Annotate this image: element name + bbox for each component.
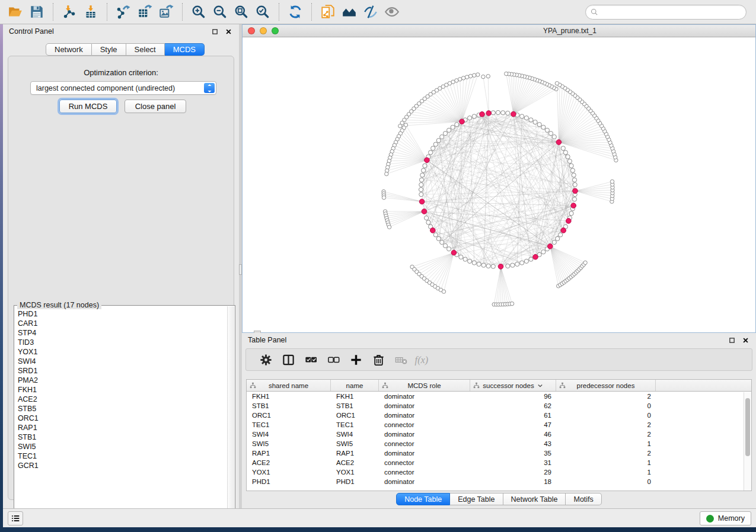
- column-header-shared-name[interactable]: shared name: [247, 380, 331, 391]
- run-mcds-button[interactable]: Run MCDS: [59, 100, 117, 113]
- graph-hub-node[interactable]: [422, 209, 427, 214]
- graph-hub-node[interactable]: [548, 244, 553, 249]
- graph-node[interactable]: [436, 139, 441, 143]
- graph-hub-node[interactable]: [425, 158, 430, 163]
- graph-node[interactable]: [563, 150, 567, 155]
- network-canvas[interactable]: [243, 37, 755, 332]
- result-item[interactable]: STB1: [18, 432, 227, 442]
- graph-node[interactable]: [496, 110, 500, 114]
- tab-motifs[interactable]: Motifs: [566, 493, 601, 505]
- hide-selected-button[interactable]: [360, 2, 381, 22]
- graph-node[interactable]: [423, 164, 427, 168]
- result-item[interactable]: SWI5: [18, 442, 227, 451]
- save-button[interactable]: [26, 2, 47, 22]
- graph-node[interactable]: [572, 178, 576, 182]
- tab-style[interactable]: Style: [92, 43, 126, 56]
- graph-hub-node[interactable]: [451, 250, 457, 255]
- table-row[interactable]: FKH1FKH1dominator962: [247, 392, 751, 401]
- uncheck-all-button[interactable]: [322, 350, 344, 369]
- graph-node[interactable]: [447, 247, 451, 251]
- graph-node[interactable]: [561, 146, 565, 150]
- graph-node[interactable]: [567, 159, 572, 164]
- result-item[interactable]: CAR1: [18, 319, 227, 328]
- close-window-button[interactable]: [248, 27, 255, 34]
- graph-node[interactable]: [533, 120, 537, 124]
- graph-leaf-node[interactable]: [486, 75, 490, 78]
- table-scrollbar[interactable]: [744, 392, 751, 491]
- table-row[interactable]: ACE2ACE2connector311: [247, 458, 751, 467]
- columns-button[interactable]: [277, 350, 299, 369]
- graph-leaf-node[interactable]: [387, 225, 391, 229]
- result-item[interactable]: STB5: [18, 404, 227, 414]
- graph-node[interactable]: [569, 211, 573, 216]
- graph-node[interactable]: [570, 168, 575, 172]
- graph-node[interactable]: [572, 173, 576, 177]
- graph-hub-node[interactable]: [511, 111, 516, 117]
- graph-node[interactable]: [506, 264, 510, 268]
- column-header-MCDS-role[interactable]: MCDS role: [379, 380, 470, 391]
- export-table-button[interactable]: [134, 2, 155, 22]
- graph-node[interactable]: [429, 150, 433, 155]
- graph-node[interactable]: [506, 111, 510, 115]
- search-box[interactable]: [585, 5, 747, 20]
- result-item[interactable]: GCR1: [18, 461, 227, 470]
- graph-hub-node[interactable]: [573, 188, 578, 194]
- scrollbar-thumb[interactable]: [745, 398, 750, 456]
- result-item[interactable]: FKH1: [18, 385, 227, 395]
- graph-hub-node[interactable]: [486, 111, 492, 116]
- graph-node[interactable]: [552, 134, 556, 139]
- memory-button[interactable]: Memory: [700, 511, 751, 525]
- graph-node[interactable]: [426, 220, 430, 225]
- graph-node[interactable]: [425, 216, 429, 220]
- graph-node[interactable]: [520, 114, 524, 118]
- graph-node[interactable]: [491, 111, 495, 115]
- graph-node[interactable]: [419, 178, 423, 182]
- table-row[interactable]: RAP1RAP1dominator352: [247, 448, 751, 458]
- graph-node[interactable]: [455, 123, 459, 127]
- graph-node[interactable]: [537, 123, 541, 127]
- graph-node[interactable]: [440, 240, 444, 244]
- graph-node[interactable]: [548, 132, 553, 136]
- graph-node[interactable]: [447, 128, 451, 132]
- show-all-button[interactable]: [381, 2, 403, 22]
- table-row[interactable]: TEC1TEC1connector472: [247, 420, 751, 430]
- maximize-window-button[interactable]: [272, 27, 279, 34]
- result-item[interactable]: PHD1: [18, 309, 227, 319]
- graph-node[interactable]: [481, 263, 486, 267]
- zoom-in-button[interactable]: [188, 2, 209, 22]
- graph-node[interactable]: [559, 233, 563, 237]
- result-item[interactable]: RAP1: [18, 423, 227, 432]
- task-history-button[interactable]: [8, 511, 23, 525]
- graph-node[interactable]: [491, 264, 495, 268]
- graph-node[interactable]: [515, 262, 519, 266]
- table-row[interactable]: YOX1YOX1connector291: [247, 467, 751, 477]
- graph-leaf-node[interactable]: [583, 261, 587, 264]
- graph-node[interactable]: [486, 264, 490, 268]
- graph-node[interactable]: [436, 236, 441, 241]
- graph-leaf-node[interactable]: [555, 82, 559, 85]
- graph-node[interactable]: [556, 236, 560, 241]
- graph-hub-node[interactable]: [498, 264, 503, 270]
- graph-leaf-node[interactable]: [481, 75, 485, 78]
- graph-leaf-node[interactable]: [398, 124, 402, 128]
- graph-leaf-node[interactable]: [473, 73, 476, 77]
- tab-node-table[interactable]: Node Table: [396, 493, 450, 505]
- tab-select[interactable]: Select: [126, 43, 165, 56]
- graph-leaf-node[interactable]: [510, 302, 513, 305]
- criterion-select[interactable]: largest connected component (undirected): [30, 81, 216, 95]
- plus-button[interactable]: [344, 350, 367, 369]
- graph-node[interactable]: [511, 263, 515, 267]
- graph-node[interactable]: [520, 261, 524, 265]
- graph-node[interactable]: [433, 233, 438, 237]
- column-header-predecessor-nodes[interactable]: predecessor nodes: [556, 380, 656, 391]
- graph-node[interactable]: [440, 134, 444, 139]
- close-panel-action-button[interactable]: Close panel: [125, 100, 186, 113]
- result-item[interactable]: SRD1: [18, 366, 227, 376]
- graph-node[interactable]: [419, 182, 423, 187]
- graph-node[interactable]: [420, 173, 425, 177]
- tab-network-table[interactable]: Network Table: [503, 493, 566, 505]
- graph-hub-node[interactable]: [561, 228, 566, 233]
- clone-network-button[interactable]: [317, 2, 339, 22]
- result-item[interactable]: SWI4: [18, 357, 227, 366]
- graph-node[interactable]: [572, 197, 576, 201]
